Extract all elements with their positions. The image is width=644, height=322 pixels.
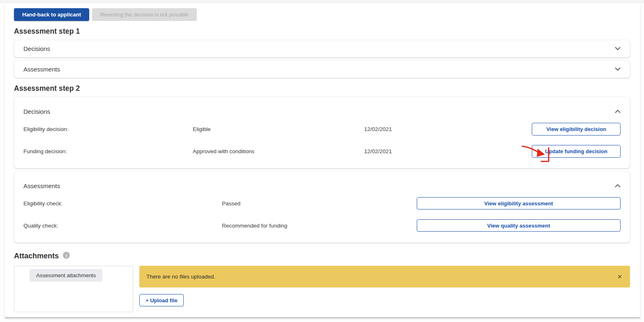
- toolbar: Hand-back to applicant Reverting the dec…: [14, 8, 630, 21]
- row-label: Eligibility decision:: [23, 126, 193, 132]
- attachments-content: There are no files uploaded. × + Upload …: [139, 266, 630, 312]
- step1-heading: Assessment step 1: [14, 27, 630, 36]
- info-icon[interactable]: i: [63, 252, 70, 259]
- attachments-heading: Attachments: [14, 252, 59, 260]
- assessment-attachments-tab[interactable]: Assessment attachments: [30, 269, 102, 282]
- chevron-down-icon[interactable]: [615, 67, 621, 71]
- step2-decisions-panel-header[interactable]: Decisions: [23, 105, 621, 118]
- panel-title: Assessments: [23, 182, 60, 189]
- update-funding-decision-button[interactable]: Update funding decision: [532, 145, 621, 158]
- step2-decisions-panel: Decisions Eligibility decision: Eligible…: [14, 97, 630, 168]
- step1-decisions-panel-header[interactable]: Decisions: [14, 40, 630, 58]
- panel-title: Assessments: [23, 66, 60, 73]
- row-value: Eligible: [193, 126, 364, 132]
- no-files-alert: There are no files uploaded. ×: [139, 266, 630, 288]
- revert-decision-disabled-button: Reverting the decision is not possible: [92, 8, 197, 21]
- chevron-up-icon[interactable]: [615, 110, 621, 113]
- upload-file-button[interactable]: + Upload file: [139, 294, 184, 306]
- eligibility-decision-row: Eligibility decision: Eligible 12/02/202…: [23, 118, 621, 140]
- close-icon[interactable]: ×: [618, 273, 622, 280]
- quality-check-row: Quality check: Recommended for funding V…: [23, 214, 621, 237]
- chevron-down-icon[interactable]: [615, 47, 621, 51]
- row-date: 12/02/2021: [364, 148, 532, 154]
- hand-back-to-applicant-button[interactable]: Hand-back to applicant: [14, 8, 89, 21]
- step1-assessments-panel-header[interactable]: Assessments: [14, 60, 630, 78]
- row-label: Funding decision:: [23, 148, 193, 154]
- panel-title: Decisions: [23, 45, 50, 52]
- step2-heading: Assessment step 2: [14, 84, 630, 93]
- step2-assessments-panel: Assessments Eligibility check: Passed Vi…: [14, 171, 630, 243]
- attachments-section: Assessment attachments There are no file…: [14, 266, 630, 312]
- funding-decision-row: Funding decision: Approved with conditio…: [23, 140, 621, 162]
- step2-assessments-panel-header[interactable]: Assessments: [23, 179, 621, 192]
- alert-text: There are no files uploaded.: [146, 274, 215, 280]
- page-top-strip: [0, 0, 644, 3]
- row-value: Recommended for funding: [222, 223, 417, 229]
- attachments-heading-row: Attachments i: [14, 252, 630, 260]
- row-value: Approved with conditions: [193, 148, 364, 154]
- view-eligibility-decision-button[interactable]: View eligibility decision: [532, 123, 621, 136]
- attachments-tab-list: Assessment attachments: [14, 266, 133, 312]
- row-label: Eligibility check:: [23, 200, 222, 207]
- row-date: 12/02/2021: [364, 126, 532, 132]
- panel-title: Decisions: [23, 108, 50, 115]
- row-label: Quality check:: [23, 223, 222, 229]
- content-card: Hand-back to applicant Reverting the dec…: [5, 3, 640, 318]
- eligibility-check-row: Eligibility check: Passed View eligibili…: [23, 192, 621, 214]
- row-value: Passed: [222, 200, 417, 207]
- view-eligibility-assessment-button[interactable]: View eligibility assessment: [417, 197, 621, 209]
- chevron-up-icon[interactable]: [615, 184, 621, 188]
- view-quality-assessment-button[interactable]: View quality assessment: [417, 219, 621, 232]
